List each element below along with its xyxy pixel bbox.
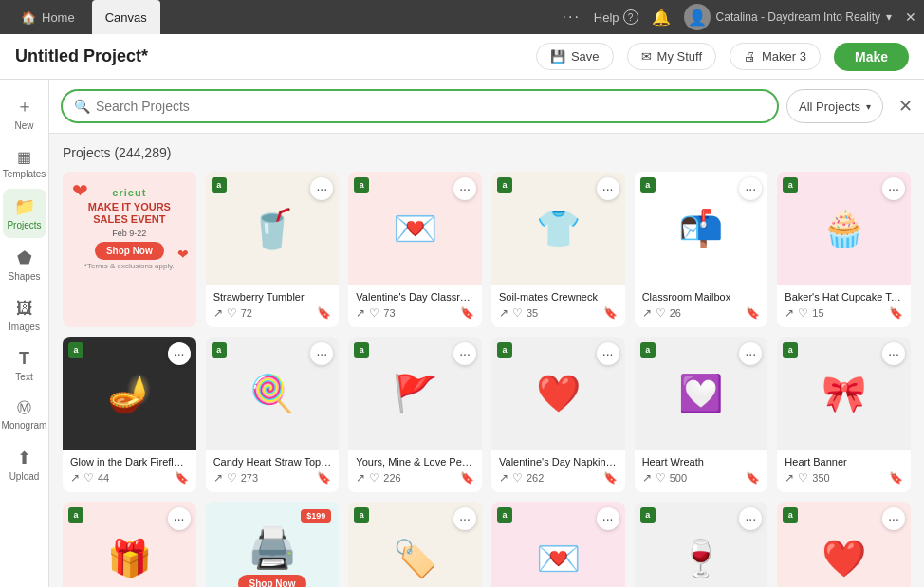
share-icon[interactable]: ↗ — [70, 471, 80, 485]
ad-title: MAKE IT YOURS SALES EVENT — [70, 201, 189, 226]
card-menu-button[interactable]: ··· — [597, 177, 619, 200]
save-button[interactable]: 💾 Save — [536, 43, 614, 70]
list-item[interactable]: ❤ ❤ cricut MAKE IT YOURS SALES EVENT Feb… — [63, 172, 196, 327]
search-input[interactable] — [96, 99, 766, 114]
card-menu-button[interactable]: ··· — [453, 507, 476, 530]
sidebar-item-templates[interactable]: ▦ Templates — [3, 140, 46, 187]
card-menu-button[interactable]: ··· — [739, 507, 762, 530]
a-badge: a — [212, 177, 227, 193]
card-menu-button[interactable]: ··· — [453, 177, 476, 200]
like-icon[interactable]: ♡ — [83, 471, 94, 485]
window-close-icon[interactable]: ✕ — [905, 9, 916, 25]
list-item[interactable]: a ··· 🍭 Candy Heart Straw Toppers ↗ ♡ 27… — [206, 337, 340, 492]
bookmark-icon[interactable]: 🔖 — [175, 471, 189, 485]
card-image: a ··· 🏷️ — [348, 502, 482, 587]
share-icon[interactable]: ↗ — [213, 306, 223, 320]
sidebar-item-projects[interactable]: 📁 Projects — [3, 189, 46, 238]
card-menu-button[interactable]: ··· — [168, 342, 191, 365]
card-menu-button[interactable]: ··· — [168, 507, 191, 530]
like-icon[interactable]: ♡ — [369, 471, 379, 485]
bookmark-icon[interactable]: 🔖 — [317, 471, 331, 485]
make-button[interactable]: Make — [834, 43, 909, 71]
share-icon[interactable]: ↗ — [642, 306, 652, 320]
maker-button[interactable]: 🖨 Maker 3 — [730, 43, 821, 70]
tab-home[interactable]: 🏠 Home — [8, 0, 88, 34]
list-item[interactable]: a ··· 💌 ↗ ♡ 🔖 — [491, 502, 625, 587]
list-item[interactable]: a ··· 🪔 Glow in the Dark Firefly Lamp ↗ … — [63, 337, 196, 492]
bookmark-icon[interactable]: 🔖 — [603, 471, 618, 485]
share-icon[interactable]: ↗ — [356, 471, 365, 485]
bookmark-icon[interactable]: 🔖 — [460, 306, 474, 320]
list-item[interactable]: a ··· 🧁 Baker's Hat Cupcake Toppers ↗ ♡ … — [777, 172, 911, 327]
card-menu-button[interactable]: ··· — [882, 177, 905, 200]
card-menu-button[interactable]: ··· — [739, 342, 762, 365]
bookmark-icon[interactable]: 🔖 — [317, 306, 331, 320]
bookmark-icon[interactable]: 🔖 — [889, 306, 903, 320]
bookmark-icon[interactable]: 🔖 — [746, 471, 760, 485]
bookmark-icon[interactable]: 🔖 — [746, 306, 760, 320]
like-icon[interactable]: ♡ — [369, 306, 379, 320]
like-icon[interactable]: ♡ — [227, 306, 237, 320]
list-item[interactable]: a ··· 🎁 ↗ ♡ 🔖 — [63, 502, 196, 587]
notifications-icon[interactable]: 🔔 — [652, 9, 671, 27]
card-menu-button[interactable]: ··· — [882, 507, 905, 530]
tab-canvas[interactable]: Canvas — [92, 0, 160, 34]
like-icon[interactable]: ♡ — [798, 471, 808, 485]
help-button[interactable]: Help ? — [594, 9, 638, 25]
my-stuff-icon: ✉ — [641, 49, 652, 64]
share-icon[interactable]: ↗ — [499, 471, 508, 485]
list-item[interactable]: a ··· 🥤 Strawberry Tumbler ↗ ♡ 72 🔖 — [206, 172, 340, 327]
my-stuff-button[interactable]: ✉ My Stuff — [627, 43, 716, 70]
bookmark-icon[interactable]: 🔖 — [460, 471, 474, 485]
card-menu-button[interactable]: ··· — [597, 342, 619, 365]
card-menu-button[interactable]: ··· — [453, 342, 476, 365]
card-actions: ↗ ♡ 273 🔖 — [213, 471, 332, 485]
list-item[interactable]: a ··· 💌 Valentine's Day Classroom C... ↗… — [348, 172, 482, 327]
list-item[interactable]: $199 🖨️ Shop Now — [206, 502, 340, 587]
share-icon[interactable]: ↗ — [499, 306, 508, 320]
list-item[interactable]: a ··· 📬 Classroom Mailbox ↗ ♡ 26 🔖 — [635, 172, 768, 327]
list-item[interactable]: a ··· ❤️ ↗ ♡ 🔖 — [777, 502, 911, 587]
more-options-button[interactable]: ··· — [562, 9, 580, 26]
bookmark-icon[interactable]: 🔖 — [889, 471, 903, 485]
share-icon[interactable]: ↗ — [785, 306, 794, 320]
list-item[interactable]: a ··· 👕 Soil-mates Crewneck ↗ ♡ 35 🔖 — [491, 172, 625, 327]
card-actions: ↗ ♡ 500 🔖 — [642, 471, 761, 485]
list-item[interactable]: a ··· 🏷️ ↗ ♡ 🔖 — [348, 502, 482, 587]
like-icon[interactable]: ♡ — [656, 306, 666, 320]
close-search-button[interactable]: ✕ — [898, 96, 913, 117]
card-image: a ··· 🚩 — [348, 337, 482, 450]
shop-now-button[interactable]: Shop Now — [95, 242, 164, 260]
share-icon[interactable]: ↗ — [642, 471, 652, 485]
sidebar-item-upload[interactable]: ⬆ Upload — [3, 440, 46, 489]
share-icon[interactable]: ↗ — [356, 306, 365, 320]
like-icon[interactable]: ♡ — [798, 306, 808, 320]
card-menu-button[interactable]: ··· — [597, 507, 619, 530]
like-icon[interactable]: ♡ — [512, 306, 523, 320]
sidebar-item-text[interactable]: T Text — [3, 341, 46, 390]
like-icon[interactable]: ♡ — [227, 471, 237, 485]
list-item[interactable]: a ··· 🍷 ↗ ♡ 🔖 — [635, 502, 768, 587]
card-actions: ↗ ♡ 35 🔖 — [499, 306, 618, 320]
list-item[interactable]: a ··· 💟 Heart Wreath ↗ ♡ 500 🔖 — [635, 337, 768, 492]
card-name: Valentine's Day Napkin Wraps — [499, 456, 618, 468]
sidebar-item-monogram[interactable]: Ⓜ Monogram — [3, 392, 46, 438]
like-icon[interactable]: ♡ — [512, 471, 523, 485]
like-icon[interactable]: ♡ — [656, 471, 666, 485]
user-menu[interactable]: 👤 Catalina - Daydream Into Reality ▾ — [684, 4, 892, 30]
card-menu-button[interactable]: ··· — [882, 342, 905, 365]
list-item[interactable]: a ··· ❤️ Valentine's Day Napkin Wraps ↗ … — [491, 337, 625, 492]
share-icon[interactable]: ↗ — [213, 471, 223, 485]
shop-now-button-2[interactable]: Shop Now — [238, 575, 307, 587]
card-menu-button[interactable]: ··· — [310, 177, 333, 200]
list-item[interactable]: a ··· 🎀 Heart Banner ↗ ♡ 350 🔖 — [777, 337, 911, 492]
card-menu-button[interactable]: ··· — [739, 177, 762, 200]
card-menu-button[interactable]: ··· — [310, 342, 333, 365]
sidebar-item-new[interactable]: ＋ New — [3, 87, 46, 138]
bookmark-icon[interactable]: 🔖 — [603, 306, 618, 320]
list-item[interactable]: a ··· 🚩 Yours, Mine & Love Pennants ↗ ♡ … — [348, 337, 482, 492]
sidebar-item-images[interactable]: 🖼 Images — [3, 291, 46, 339]
share-icon[interactable]: ↗ — [785, 471, 794, 485]
sidebar-item-shapes[interactable]: ⬟ Shapes — [3, 240, 46, 289]
filter-select[interactable]: All Projects ▾ — [786, 89, 883, 123]
